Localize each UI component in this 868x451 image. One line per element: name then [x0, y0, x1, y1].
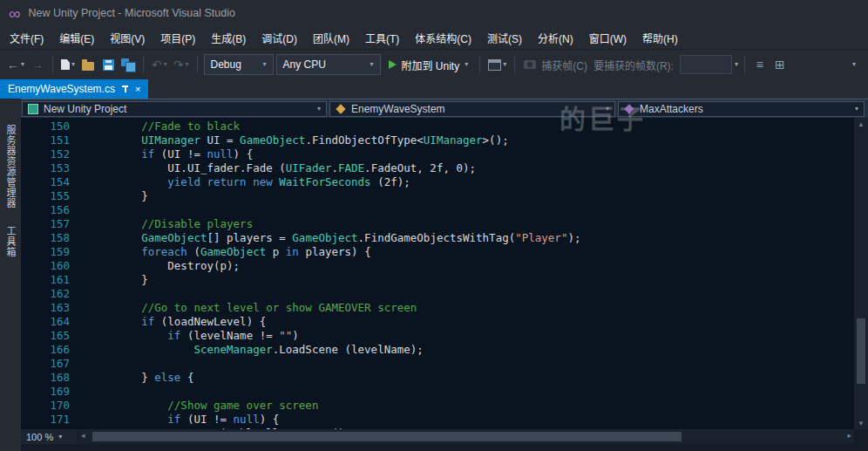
pin-icon[interactable]	[121, 85, 129, 94]
code-line: 151 UIManager UI = GameObject.FindObject…	[21, 133, 854, 147]
menu-item[interactable]: 视图(V)	[102, 26, 153, 49]
sidebar-tab[interactable]: 服务器资源管理器	[3, 125, 17, 208]
code-line: 169	[21, 385, 854, 399]
menu-item[interactable]: 帮助(H)	[634, 26, 686, 49]
line-number: 165	[21, 329, 89, 343]
grid-icon: ⊞	[775, 58, 785, 71]
chevron-down-icon: ▾	[852, 61, 856, 68]
forward-icon: →	[31, 58, 44, 71]
attach-to-unity-button[interactable]: 附加到 Unity ▾	[383, 55, 474, 74]
code-text: //Show game over screen	[89, 399, 318, 413]
undo-button[interactable]: ↶ ▾	[150, 55, 169, 74]
toolbar-overflow-button[interactable]: ▾	[845, 55, 863, 74]
redo-button[interactable]: ↷ ▾	[172, 55, 191, 74]
navigation-bar: New Unity Project ▾ EnemyWaveSystem ▾ Ma…	[0, 99, 868, 118]
window-icon	[488, 59, 501, 71]
tool-window-button[interactable]: ▾	[486, 55, 508, 74]
toolbar-extra-button[interactable]: ≡	[751, 55, 769, 74]
redo-icon: ↷	[173, 58, 184, 71]
debug-config-dropdown[interactable]: Debug ▾	[204, 54, 274, 75]
zoom-control[interactable]: 100 % ▾	[21, 429, 78, 444]
zoom-value: 100 %	[26, 432, 53, 442]
sidebar: 服务器资源管理器工具箱	[0, 118, 21, 451]
code-line: 157 //Disable players	[21, 217, 854, 231]
line-number: 161	[21, 273, 89, 287]
code-text: //Fade to black	[89, 120, 240, 133]
chevron-down-icon: ▾	[58, 434, 62, 441]
scrollbar-thumb[interactable]	[92, 432, 682, 441]
code-line: 165 if (levelName != "")	[21, 329, 854, 343]
frames-count-input[interactable]	[680, 55, 732, 74]
toolbar-separator	[744, 56, 745, 73]
code-line: 158 GameObject[] players = GameObject.Fi…	[21, 231, 854, 245]
navigate-back-button[interactable]: ← ▾	[5, 55, 26, 74]
code-text: SceneManager.LoadScene (levelName);	[89, 343, 424, 357]
tab-enemywavesystem[interactable]: EnemyWaveSystem.cs ×	[0, 79, 148, 99]
scroll-right-icon[interactable]: ▸	[847, 431, 851, 440]
capture-frame-label: 捕获帧(C)	[541, 58, 587, 72]
play-icon	[389, 60, 397, 69]
menu-item[interactable]: 窗口(W)	[581, 26, 634, 49]
code-line: 161 }	[21, 273, 854, 287]
horizontal-scrollbar[interactable]: ◂ ▸	[78, 429, 854, 444]
new-file-button[interactable]: ▾	[59, 55, 77, 74]
vertical-scrollbar[interactable]: ▴ ▾	[854, 118, 868, 429]
menu-item[interactable]: 文件(F)	[2, 26, 51, 49]
line-number: 150	[21, 120, 89, 133]
code-text: //Disable players	[89, 217, 253, 231]
line-number: 171	[21, 413, 89, 427]
debug-config-label: Debug	[211, 58, 241, 71]
scroll-left-icon[interactable]: ◂	[81, 431, 85, 440]
code-text: if (levelName != "")	[89, 329, 299, 343]
bottom-bar: 100 % ▾ ◂ ▸	[21, 429, 868, 451]
toolbar-separator	[514, 56, 515, 73]
line-number: 152	[21, 147, 89, 161]
menu-item[interactable]: 项目(P)	[153, 26, 203, 49]
scroll-down-icon[interactable]: ▾	[854, 419, 868, 427]
code-text: } else {	[89, 371, 193, 385]
project-dropdown[interactable]: New Unity Project ▾	[22, 101, 327, 117]
code-line: 162	[21, 287, 854, 301]
frames-count-label: 要捕获的帧数(R):	[593, 58, 674, 72]
code-line: 156	[21, 203, 854, 217]
code-line: 150 //Fade to black	[21, 120, 854, 133]
chevron-down-icon: ▾	[735, 61, 738, 68]
menu-item[interactable]: 工具(T)	[357, 26, 407, 49]
code-line: 167	[21, 357, 854, 371]
line-number: 166	[21, 343, 89, 357]
menu-item[interactable]: 团队(M)	[305, 26, 357, 49]
save-button[interactable]	[99, 55, 117, 74]
member-dropdown[interactable]: MaxAttackers ▾	[618, 101, 865, 117]
menu-item[interactable]: 调试(D)	[254, 26, 305, 49]
open-file-button[interactable]	[79, 55, 97, 74]
menu-item[interactable]: 生成(B)	[203, 26, 254, 49]
code-text: yield return new WaitForSeconds (2f);	[89, 175, 410, 189]
menu-item[interactable]: 测试(S)	[479, 26, 530, 49]
platform-label: Any CPU	[283, 58, 326, 71]
menu-item[interactable]: 编辑(E)	[51, 26, 102, 49]
code-line: 170 //Show game over screen	[21, 399, 854, 413]
scrollbar-thumb[interactable]	[857, 318, 865, 384]
toolbar-extra-button[interactable]: ⊞	[771, 55, 789, 74]
type-name: EnemyWaveSystem	[351, 103, 445, 115]
code-text: GameObject[] players = GameObject.FindGa…	[89, 231, 581, 245]
bottom-scroll-row: 100 % ▾ ◂ ▸	[21, 429, 868, 444]
save-all-button[interactable]	[119, 55, 137, 74]
code-text: Destroy(p);	[89, 259, 240, 273]
chevron-down-icon: ▾	[186, 61, 189, 68]
code-line: 171 if (UI != null) {	[21, 413, 854, 427]
menu-item[interactable]: 分析(N)	[530, 26, 581, 49]
line-number: 158	[21, 231, 89, 245]
navigate-forward-button[interactable]: →	[29, 55, 46, 74]
platform-dropdown[interactable]: Any CPU ▾	[276, 54, 381, 75]
close-icon[interactable]: ×	[135, 85, 140, 94]
capture-frame-button[interactable]	[521, 55, 539, 74]
save-icon	[103, 59, 114, 71]
chevron-down-icon: ▾	[263, 61, 267, 68]
editor[interactable]: 150 //Fade to black151 UIManager UI = Ga…	[21, 118, 854, 431]
menu-item[interactable]: 体系结构(C)	[407, 26, 479, 49]
toolbar-separator	[197, 56, 198, 73]
scroll-up-icon[interactable]: ▴	[854, 120, 868, 128]
sidebar-tab[interactable]: 工具箱	[3, 226, 17, 257]
line-number: 167	[21, 357, 89, 371]
